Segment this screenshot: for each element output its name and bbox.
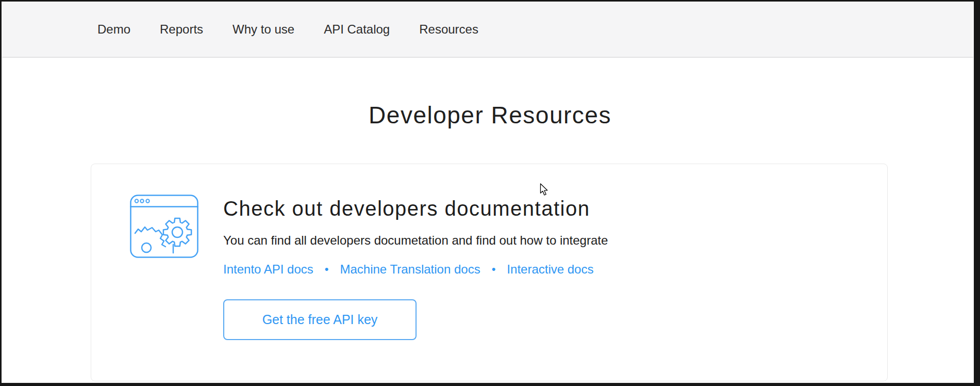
developer-docs-card: Check out developers documentation You c… (91, 164, 888, 381)
nav-item-reports[interactable]: Reports (160, 22, 203, 37)
browser-gear-icon (130, 195, 198, 258)
link-interactive-docs[interactable]: Interactive docs (507, 262, 593, 277)
link-machine-translation-docs[interactable]: Machine Translation docs (340, 262, 480, 277)
nav-item-api-catalog[interactable]: API Catalog (324, 22, 390, 37)
nav-item-demo[interactable]: Demo (97, 22, 130, 37)
top-nav: Demo Reports Why to use API Catalog Reso… (2, 2, 974, 58)
nav-item-resources[interactable]: Resources (419, 22, 478, 37)
link-intento-api-docs[interactable]: Intento API docs (223, 262, 313, 277)
card-subheading: You can find all developers documetation… (223, 233, 790, 248)
bullet-separator: • (325, 264, 329, 275)
card-content: Check out developers documentation You c… (223, 197, 790, 340)
card-heading: Check out developers documentation (223, 197, 790, 220)
get-api-key-button[interactable]: Get the free API key (223, 299, 417, 340)
docs-links-row: Intento API docs • Machine Translation d… (223, 262, 790, 277)
page-title: Developer Resources (0, 101, 980, 129)
bullet-separator: • (492, 264, 496, 275)
nav-item-why-to-use[interactable]: Why to use (232, 22, 294, 37)
